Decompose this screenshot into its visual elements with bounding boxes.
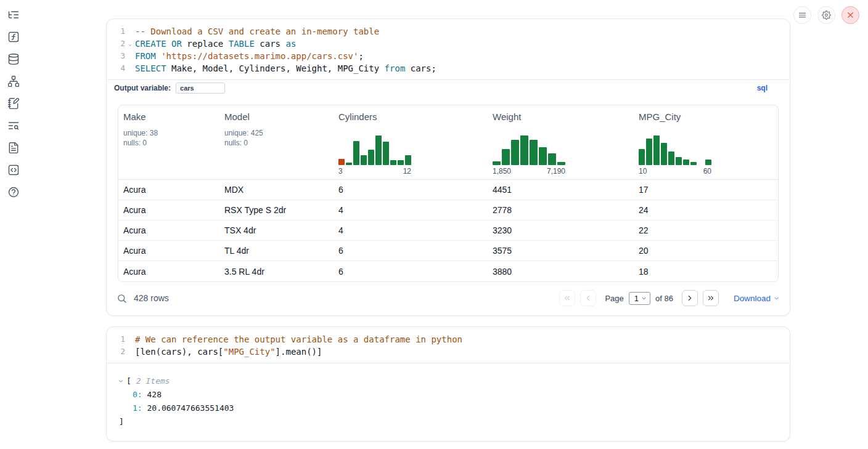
help-icon[interactable] xyxy=(7,186,20,198)
histogram-bar xyxy=(511,140,519,165)
function-icon[interactable] xyxy=(7,31,20,43)
close-bracket: ] xyxy=(118,415,779,429)
output-variable-label: Output variable: xyxy=(114,84,171,92)
stat-line: nulls: 0 xyxy=(123,138,215,148)
table-cell: Acura xyxy=(118,225,219,235)
tree-entry: 0: 428 xyxy=(118,388,779,402)
scratchpad-icon[interactable] xyxy=(7,97,20,110)
table-body: AcuraMDX6445117AcuraRSX Type S 2dr427782… xyxy=(118,180,778,281)
page-select-value: 1 xyxy=(634,294,639,303)
histogram-axis-labels: 1,8507,190 xyxy=(493,167,565,176)
last-page-button[interactable] xyxy=(703,290,719,306)
histogram-axis-labels: 1060 xyxy=(639,167,711,176)
table-row[interactable]: Acura3.5 RL 4dr6388018 xyxy=(118,261,778,281)
token-keyword: from xyxy=(385,63,406,73)
table-cell: Acura xyxy=(118,267,219,277)
download-button[interactable]: Download xyxy=(734,294,780,303)
histogram-bars xyxy=(493,134,565,165)
previous-page-button[interactable] xyxy=(580,290,596,306)
python-cell: 1# We can reference the output variable … xyxy=(106,326,790,442)
histogram-bar xyxy=(353,141,359,165)
histogram-bar xyxy=(661,143,667,165)
table-cell: 3230 xyxy=(488,225,634,235)
table-cell: 22 xyxy=(634,225,778,235)
column-header-make[interactable]: Makeunique: 38nulls: 0 xyxy=(118,105,219,179)
token-string: 'https://datasets.marimo.app/cars.csv' xyxy=(161,51,358,61)
table-row[interactable]: AcuraMDX6445117 xyxy=(118,180,778,200)
menu-button[interactable] xyxy=(793,6,811,24)
token-keyword: CREATE OR xyxy=(135,39,182,49)
table-cell: 6 xyxy=(334,185,488,195)
histogram-bar xyxy=(390,160,396,165)
histogram-bars xyxy=(639,134,711,165)
histogram-bar xyxy=(383,142,389,165)
fold-gutter xyxy=(125,333,135,346)
token-plain: ; xyxy=(358,51,363,61)
histogram-bar xyxy=(639,149,645,165)
table-cell: 2778 xyxy=(488,205,634,215)
histogram-bar xyxy=(405,155,411,165)
axis-max-label: 60 xyxy=(703,167,711,176)
code-line: 4SELECT Make, Model, Cylinders, Weight, … xyxy=(112,62,790,75)
column-header-mpg_city[interactable]: MPG_City1060 xyxy=(634,105,778,179)
file-tree-icon[interactable] xyxy=(7,9,20,21)
gear-icon xyxy=(822,10,831,20)
code-text: -- Download a CSV and create an in-memor… xyxy=(135,25,379,38)
code-text: [len(cars), cars["MPG_City"].mean()] xyxy=(135,346,322,358)
histogram-bar xyxy=(683,160,689,165)
collapse-chevron-icon[interactable] xyxy=(118,378,126,384)
histogram-bar xyxy=(557,162,565,165)
histogram-weight[interactable]: 1,8507,190 xyxy=(493,134,565,176)
open-bracket: [ xyxy=(126,374,131,388)
settings-button[interactable] xyxy=(817,6,835,24)
code-text: CREATE OR replace TABLE cars as xyxy=(135,38,296,50)
table-cell: 20 xyxy=(634,246,778,256)
table-cell: TSX 4dr xyxy=(219,225,334,235)
column-header-model[interactable]: Modelunique: 425nulls: 0 xyxy=(219,105,334,179)
table-cell: 3.5 RL 4dr xyxy=(219,267,334,277)
download-label: Download xyxy=(734,294,771,303)
column-label: MPG_City xyxy=(639,111,773,122)
histogram-bar xyxy=(668,152,674,165)
tree-entry: 1: 20.060747663551403 xyxy=(118,402,779,415)
histogram-axis-labels: 312 xyxy=(338,167,411,176)
code-line: 2⌄CREATE OR replace TABLE cars as xyxy=(112,38,790,50)
table-row[interactable]: AcuraTSX 4dr4323022 xyxy=(118,220,778,241)
dependency-graph-icon[interactable] xyxy=(7,75,20,87)
next-page-button[interactable] xyxy=(682,290,698,306)
output-variable-input[interactable] xyxy=(176,83,225,94)
snippets-icon[interactable] xyxy=(7,164,20,176)
histogram-bar xyxy=(530,140,538,165)
language-badge[interactable]: sql xyxy=(757,84,768,92)
sql-code-editor[interactable]: 1-- Download a CSV and create an in-memo… xyxy=(107,19,790,79)
table-cell: 4 xyxy=(334,205,488,215)
axis-max-label: 7,190 xyxy=(547,167,565,176)
column-label: Weight xyxy=(493,111,629,122)
fold-gutter xyxy=(125,50,135,62)
fold-gutter xyxy=(125,25,135,38)
items-count-label: 2 Items xyxy=(136,374,170,388)
table-row[interactable]: AcuraRSX Type S 2dr4277824 xyxy=(118,200,778,220)
python-code-editor[interactable]: 1# We can reference the output variable … xyxy=(107,327,790,363)
column-label: Cylinders xyxy=(338,111,483,122)
helper-sidebar xyxy=(0,0,27,198)
page-select[interactable]: 1 xyxy=(629,292,650,305)
histogram-cylinders[interactable]: 312 xyxy=(338,134,411,176)
table-cell: Acura xyxy=(118,185,219,195)
column-header-weight[interactable]: Weight1,8507,190 xyxy=(488,105,634,179)
first-page-button[interactable] xyxy=(559,290,575,306)
documentation-icon[interactable] xyxy=(7,142,20,154)
column-label: Make xyxy=(123,111,215,122)
logs-search-icon[interactable] xyxy=(7,119,20,132)
code-line: 2[len(cars), cars["MPG_City"].mean()] xyxy=(112,346,790,358)
line-number: 3 xyxy=(112,50,125,62)
histogram-mpg_city[interactable]: 1060 xyxy=(639,134,711,176)
table-row[interactable]: AcuraTL 4dr6357520 xyxy=(118,241,778,261)
fold-chevron-icon[interactable]: ⌄ xyxy=(125,38,135,50)
search-icon[interactable] xyxy=(117,293,127,304)
database-icon[interactable] xyxy=(7,53,20,65)
column-header-cylinders[interactable]: Cylinders312 xyxy=(334,105,488,179)
chevron-down-icon xyxy=(641,296,647,301)
shutdown-button[interactable] xyxy=(841,6,859,24)
table-cell: Acura xyxy=(118,246,219,256)
